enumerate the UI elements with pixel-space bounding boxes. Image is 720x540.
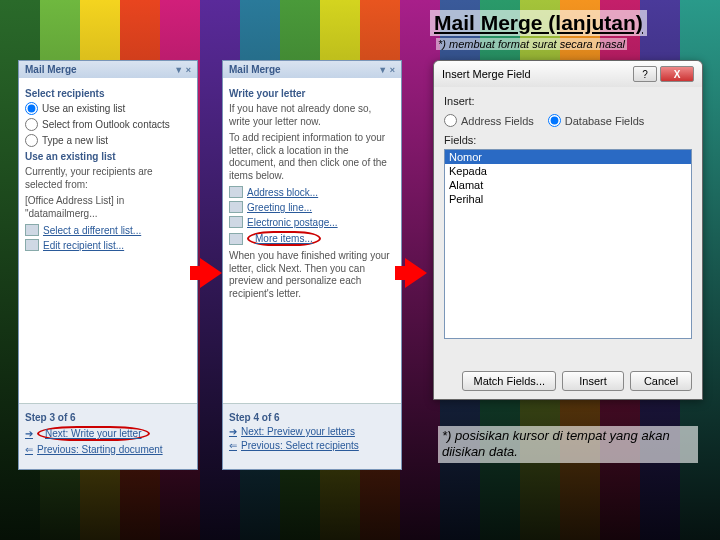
arrow-icon bbox=[405, 258, 427, 288]
insert-merge-field-dialog: Insert Merge Field ? X Insert: Address F… bbox=[433, 60, 703, 400]
link-edit-recipients[interactable]: Edit recipient list... bbox=[25, 239, 191, 251]
link-label: Next: Preview your letters bbox=[241, 426, 355, 437]
link-label: Electronic postage... bbox=[247, 217, 338, 228]
link-label: Previous: Starting document bbox=[37, 444, 163, 455]
close-button[interactable]: X bbox=[660, 66, 694, 82]
opt-database-fields[interactable]: Database Fields bbox=[548, 114, 645, 127]
slide-title: Mail Merge (lanjutan) bbox=[430, 10, 647, 36]
field-item[interactable]: Alamat bbox=[445, 178, 691, 192]
mail-merge-pane-step4: Mail Merge ▼ × Write your letter If you … bbox=[222, 60, 402, 470]
opt-address-fields[interactable]: Address Fields bbox=[444, 114, 534, 127]
link-greeting-line[interactable]: Greeting line... bbox=[229, 201, 395, 213]
opt-label: Database Fields bbox=[565, 115, 645, 127]
opt-label: Use an existing list bbox=[42, 103, 125, 114]
section-use-existing: Use an existing list bbox=[25, 151, 191, 162]
link-next-step[interactable]: ➔ Next: Preview your letters bbox=[229, 426, 395, 437]
greeting-icon bbox=[229, 201, 243, 213]
link-label: Greeting line... bbox=[247, 202, 312, 213]
close-icon[interactable]: × bbox=[186, 65, 191, 75]
link-address-block[interactable]: Address block... bbox=[229, 186, 395, 198]
slide-subtitle: *) membuat format surat secara masal bbox=[436, 38, 627, 50]
link-more-items[interactable]: More items... bbox=[229, 231, 395, 246]
field-item[interactable]: Nomor bbox=[445, 150, 691, 164]
opt-new-list[interactable]: Type a new list bbox=[25, 134, 191, 147]
dropdown-icon[interactable]: ▼ bbox=[174, 65, 183, 75]
dropdown-icon[interactable]: ▼ bbox=[378, 65, 387, 75]
field-item[interactable]: Kepada bbox=[445, 164, 691, 178]
address-icon bbox=[229, 186, 243, 198]
link-prev-step[interactable]: ⇐ Previous: Starting document bbox=[25, 444, 191, 455]
link-select-different[interactable]: Select a different list... bbox=[25, 224, 191, 236]
arrow-icon bbox=[200, 258, 222, 288]
link-label: Next: Write your letter bbox=[37, 426, 150, 441]
more-icon bbox=[229, 233, 243, 245]
desc-write3: When you have finished writing your lett… bbox=[229, 250, 395, 300]
opt-outlook[interactable]: Select from Outlook contacts bbox=[25, 118, 191, 131]
step-indicator: Step 3 of 6 bbox=[25, 412, 191, 423]
link-label: Previous: Select recipients bbox=[241, 440, 359, 451]
fields-label: Fields: bbox=[444, 134, 692, 146]
mail-merge-pane-step3: Mail Merge ▼ × Select recipients Use an … bbox=[18, 60, 198, 470]
close-icon[interactable]: × bbox=[390, 65, 395, 75]
link-label: Edit recipient list... bbox=[43, 240, 124, 251]
opt-existing-list[interactable]: Use an existing list bbox=[25, 102, 191, 115]
link-next-step[interactable]: ➔ Next: Write your letter bbox=[25, 426, 191, 441]
step-indicator: Step 4 of 6 bbox=[229, 412, 395, 423]
desc-current: Currently, your recipients are selected … bbox=[25, 166, 191, 191]
link-label: Address block... bbox=[247, 187, 318, 198]
section-select-recipients: Select recipients bbox=[25, 88, 191, 99]
opt-label: Address Fields bbox=[461, 115, 534, 127]
opt-label: Type a new list bbox=[42, 135, 108, 146]
pane-title: Mail Merge bbox=[229, 64, 281, 75]
insert-label: Insert: bbox=[444, 95, 692, 107]
link-prev-step[interactable]: ⇐ Previous: Select recipients bbox=[229, 440, 395, 451]
cancel-button[interactable]: Cancel bbox=[630, 371, 692, 391]
opt-label: Select from Outlook contacts bbox=[42, 119, 170, 130]
link-label: Select a different list... bbox=[43, 225, 141, 236]
postage-icon bbox=[229, 216, 243, 228]
help-button[interactable]: ? bbox=[633, 66, 657, 82]
link-label: More items... bbox=[247, 231, 321, 246]
desc-write1: If you have not already done so, write y… bbox=[229, 103, 395, 128]
match-fields-button[interactable]: Match Fields... bbox=[462, 371, 556, 391]
edit-icon bbox=[25, 239, 39, 251]
list-icon bbox=[25, 224, 39, 236]
pane-title: Mail Merge bbox=[25, 64, 77, 75]
link-electronic-postage[interactable]: Electronic postage... bbox=[229, 216, 395, 228]
desc-source: [Office Address List] in "datamailmerg..… bbox=[25, 195, 191, 220]
insert-button[interactable]: Insert bbox=[562, 371, 624, 391]
dialog-title: Insert Merge Field bbox=[442, 68, 531, 80]
footer-note: *) posisikan kursor di tempat yang akan … bbox=[438, 426, 698, 463]
section-write-letter: Write your letter bbox=[229, 88, 395, 99]
fields-listbox[interactable]: Nomor Kepada Alamat Perihal bbox=[444, 149, 692, 339]
field-item[interactable]: Perihal bbox=[445, 192, 691, 206]
desc-write2: To add recipient information to your let… bbox=[229, 132, 395, 182]
